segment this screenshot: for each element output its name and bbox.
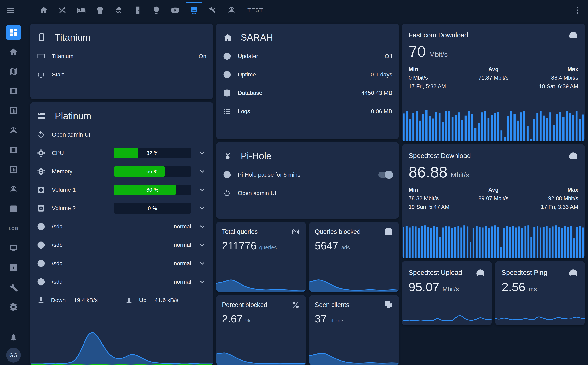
row-memory[interactable]: Memory 66 % bbox=[30, 162, 213, 181]
tab-bedroom[interactable] bbox=[72, 0, 91, 21]
sidebar-item-log[interactable]: LOG bbox=[6, 221, 21, 236]
clock-icon bbox=[223, 70, 231, 79]
language-c-icon bbox=[9, 204, 18, 213]
row-disk-sdd[interactable]: /sdd normal bbox=[30, 273, 213, 291]
sidebar-item-settings[interactable] bbox=[6, 299, 21, 315]
chevron-down-icon[interactable] bbox=[198, 241, 206, 249]
row-pihole-pause[interactable]: Pi-Hole pause for 5 mins bbox=[216, 166, 399, 184]
stat-title: Total queries bbox=[222, 228, 258, 235]
chevron-down-icon[interactable] bbox=[198, 204, 206, 212]
bell-icon[interactable] bbox=[9, 333, 18, 342]
column-2: SARAH Updater Off Uptime 0.1 days Databa… bbox=[216, 24, 399, 365]
row-disk-sdb[interactable]: /sdb normal bbox=[30, 236, 213, 254]
dots-vertical-icon[interactable] bbox=[573, 5, 582, 15]
menu-icon[interactable] bbox=[6, 5, 15, 15]
sidebar-item-home[interactable] bbox=[6, 44, 21, 60]
min-value: 0 Mbit/s bbox=[409, 74, 465, 82]
sidebar-item-tablet[interactable] bbox=[6, 83, 21, 99]
row-value[interactable]: On bbox=[199, 53, 206, 59]
chevron-down-icon[interactable] bbox=[198, 149, 206, 157]
row-database[interactable]: Database 4450.43 MB bbox=[216, 84, 399, 102]
toggle-knob bbox=[385, 171, 393, 179]
percent-icon bbox=[291, 300, 300, 309]
row-label: Uptime bbox=[238, 71, 364, 78]
speed-unit: Mbit/s bbox=[429, 50, 448, 58]
sidebar-item-tablet-2[interactable] bbox=[6, 142, 21, 158]
row-titanium-switch[interactable]: Titanium On bbox=[30, 47, 213, 65]
stat-header: Queries blocked bbox=[309, 222, 399, 236]
sidebar-item-stats-2[interactable] bbox=[6, 162, 21, 177]
card-header: SARAH bbox=[216, 24, 399, 47]
tab-cooking[interactable] bbox=[91, 0, 109, 21]
tab-test[interactable]: TEST bbox=[241, 0, 269, 21]
chevron-down-icon[interactable] bbox=[198, 167, 206, 176]
tab-biohazard[interactable] bbox=[222, 0, 241, 21]
tab-home[interactable] bbox=[34, 0, 53, 21]
tab-lights[interactable] bbox=[147, 0, 166, 21]
tab-door[interactable] bbox=[128, 0, 147, 21]
card-total-queries[interactable]: Total queries 211776 queries bbox=[216, 222, 306, 292]
row-logs[interactable]: Logs 0.06 MB bbox=[216, 102, 399, 120]
tab-test-label: TEST bbox=[247, 7, 263, 14]
access-point-icon bbox=[291, 227, 300, 236]
card-fastcom-download[interactable]: Fast.com Download 70 Mbit/s Min 0 Mbit/s… bbox=[402, 24, 585, 141]
shower-icon bbox=[114, 6, 123, 15]
server-icon bbox=[37, 111, 47, 121]
card-queries-blocked[interactable]: Queries blocked 5647 ads bbox=[309, 222, 399, 292]
row-volume-2[interactable]: Volume 2 0 % bbox=[30, 199, 213, 218]
up-label: Up bbox=[139, 297, 146, 303]
card-speedtest-download[interactable]: Speedtest Download 86.88 Mbit/s Min 78.3… bbox=[402, 144, 585, 258]
sidebar-item-biohazard-2[interactable] bbox=[6, 182, 21, 197]
card-speedtest-upload[interactable]: Speedtest Upload 95.07 Mbit/s bbox=[402, 261, 492, 325]
tab-media[interactable] bbox=[166, 0, 185, 21]
sidebar-item-c[interactable] bbox=[6, 201, 21, 217]
stats-row-1: Total queries 211776 queries Queries blo… bbox=[216, 222, 399, 292]
tab-server[interactable] bbox=[185, 0, 203, 21]
gauge-icon bbox=[568, 268, 578, 278]
card-percent-blocked[interactable]: Percent blocked 2.67 % bbox=[216, 295, 306, 365]
card-title: Titanium bbox=[55, 32, 90, 43]
row-updater[interactable]: Updater Off bbox=[216, 47, 399, 65]
network-up[interactable]: Up 41.6 kB/s bbox=[125, 296, 206, 304]
pihole-pause-toggle[interactable] bbox=[378, 172, 392, 178]
server-network-icon bbox=[190, 6, 198, 15]
sidebar-item-map[interactable] bbox=[6, 64, 21, 79]
min-date: 17 Fri, 5:32 AM bbox=[409, 82, 465, 91]
row-volume-1[interactable]: Volume 1 80 % bbox=[30, 181, 213, 199]
sidebar-item-dashboard[interactable] bbox=[6, 25, 21, 40]
sidebar-item-monitor[interactable] bbox=[6, 240, 21, 256]
memory-meter: 66 % bbox=[114, 166, 191, 177]
chevron-down-icon[interactable] bbox=[198, 186, 206, 194]
row-disk-sdc[interactable]: /sdc normal bbox=[30, 254, 213, 273]
row-open-admin-ui[interactable]: Open admin UI bbox=[216, 184, 399, 202]
tab-bathroom[interactable] bbox=[109, 0, 128, 21]
total-queries-chart bbox=[216, 271, 306, 292]
avatar[interactable]: GG bbox=[6, 348, 21, 363]
sidebar-item-config[interactable] bbox=[6, 280, 21, 295]
speedtest-download-chart bbox=[402, 225, 585, 258]
chevron-down-icon[interactable] bbox=[198, 222, 206, 231]
tablet-icon bbox=[9, 146, 18, 154]
chevron-down-icon[interactable] bbox=[198, 259, 206, 268]
tab-tools[interactable] bbox=[203, 0, 222, 21]
min-label: Min bbox=[409, 66, 418, 72]
row-label: Start bbox=[52, 71, 206, 78]
row-start-button[interactable]: Start bbox=[30, 65, 213, 84]
card-seen-clients[interactable]: Seen clients 37 clients bbox=[309, 295, 399, 365]
sidebar-item-stats[interactable] bbox=[6, 103, 21, 119]
sidebar-item-biohazard[interactable] bbox=[6, 123, 21, 138]
pihole-logo-icon bbox=[223, 151, 232, 161]
sidebar-item-terminal[interactable] bbox=[6, 260, 21, 275]
tab-kitchen[interactable] bbox=[53, 0, 72, 21]
row-network: Down 19.4 kB/s Up 41.6 kB/s bbox=[30, 291, 213, 309]
chevron-down-icon[interactable] bbox=[198, 278, 206, 286]
row-uptime[interactable]: Uptime 0.1 days bbox=[216, 65, 399, 84]
row-disk-sda[interactable]: /sda normal bbox=[30, 218, 213, 236]
stat-header: Total queries bbox=[216, 222, 306, 236]
row-label: Logs bbox=[238, 108, 364, 115]
card-speedtest-ping[interactable]: Speedtest Ping 2.56 ms bbox=[495, 261, 585, 325]
row-open-admin-ui[interactable]: Open admin UI bbox=[30, 126, 213, 144]
tools-icon bbox=[208, 6, 217, 15]
network-down[interactable]: Down 19.4 kB/s bbox=[37, 296, 118, 304]
row-cpu[interactable]: CPU 32 % bbox=[30, 144, 213, 162]
